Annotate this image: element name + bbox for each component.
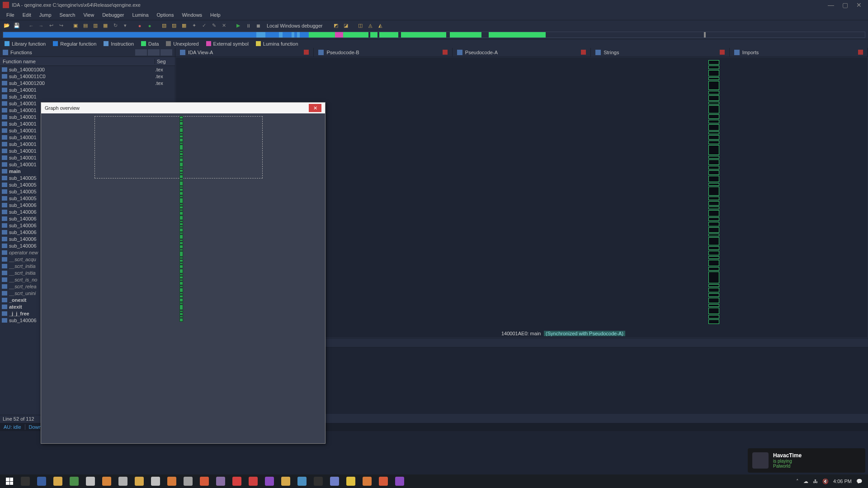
discord-notification[interactable]: HavacTime is playing Palworld [748,448,865,473]
graph-node[interactable] [708,141,719,144]
taskbar-item[interactable] [294,474,310,488]
graph-node[interactable] [708,308,719,314]
graph-node[interactable] [708,105,719,113]
graph-node[interactable] [708,315,719,319]
tray-cloud-icon[interactable]: ☁ [803,479,808,484]
nav-segment[interactable] [379,32,398,38]
nav-fwd-icon[interactable]: → [37,22,45,30]
play-icon[interactable]: ▶ [234,22,242,30]
col-function-name[interactable]: Function name [0,59,155,64]
tool-p-icon[interactable]: ◭ [376,22,384,30]
taskbar-item[interactable] [343,474,359,488]
notification-center-icon[interactable]: 💬 [856,479,863,484]
graph-overview-titlebar[interactable]: Graph overview ✕ [41,103,325,113]
system-tray[interactable]: ˄ ☁ 🖧 🔇 4:06 PM 💬 [796,479,866,484]
graph-node[interactable] [708,170,719,175]
menu-options[interactable]: Options [153,11,178,19]
nav-segment[interactable] [3,32,256,38]
maximize-button[interactable]: ▢ [842,1,848,9]
nav-segment[interactable] [300,32,309,38]
graph-node[interactable] [708,160,719,165]
tool-o-icon[interactable]: ◬ [366,22,374,30]
tray-network-icon[interactable]: 🖧 [813,479,818,484]
graph-node[interactable] [708,288,719,292]
panel-button-a[interactable] [135,49,147,56]
graph-node[interactable] [708,81,719,90]
nav-segment[interactable] [706,32,814,38]
function-row[interactable]: sub_140001200.tex [0,80,175,86]
graph-node[interactable] [708,102,719,104]
graph-node[interactable] [708,267,719,271]
menu-windows[interactable]: Windows [178,11,206,19]
graph-node[interactable] [708,120,719,123]
graph-node[interactable] [708,135,719,140]
menu-help[interactable]: Help [207,11,224,19]
delete-icon[interactable]: ✕ [220,22,228,30]
taskbar-item[interactable] [33,474,50,488]
tool-i-icon[interactable]: ✦ [190,22,198,30]
tool-c-icon[interactable]: ▥ [91,22,99,30]
graph-overview-viewport[interactable] [94,116,263,178]
nav-segment[interactable] [279,32,283,38]
taskbar-item[interactable] [131,474,147,488]
taskbar-item[interactable] [50,474,66,488]
start-button[interactable] [2,474,17,488]
graph-overview-close-icon[interactable]: ✕ [309,104,321,112]
tool-a-icon[interactable]: ▣ [71,22,80,30]
tool-m-icon[interactable]: ◪ [342,22,350,30]
graph-node[interactable] [708,237,719,245]
graph-node[interactable] [708,70,719,76]
graph-node[interactable] [708,95,719,101]
graph-node[interactable] [708,183,719,186]
menu-lumina[interactable]: Lumina [128,11,152,19]
taskbar-search[interactable] [17,474,33,488]
menu-search[interactable]: Search [56,11,79,19]
graph-node[interactable] [708,91,719,94]
taskbar-item[interactable] [392,474,408,488]
graph-node[interactable] [708,272,719,283]
graph-node[interactable] [708,260,719,266]
nav-segment[interactable] [370,32,377,38]
graph-node[interactable] [708,206,719,209]
graph-node[interactable] [708,217,719,221]
taskbar-item[interactable] [82,474,99,488]
graph-node[interactable] [708,222,719,226]
nav-segment[interactable] [256,32,265,38]
graph-node[interactable] [708,114,719,119]
graph-node[interactable] [708,304,719,307]
tab-ida-view-a[interactable]: IDA View-A [175,48,314,56]
run-marker-icon[interactable]: ● [146,22,154,30]
graph-node[interactable] [708,197,719,200]
nav-segment[interactable] [446,32,450,38]
tab-close-icon[interactable] [858,50,863,55]
graph-node[interactable] [708,60,719,65]
graph-node[interactable] [708,284,719,287]
menu-jump[interactable]: Jump [36,11,55,19]
graph-node[interactable] [708,319,719,324]
taskbar-item[interactable] [359,474,375,488]
tab-close-icon[interactable] [581,50,586,55]
tool-j-icon[interactable]: ✓ [200,22,208,30]
tool-h-icon[interactable]: ▩ [180,22,188,30]
graph-node[interactable] [708,298,719,303]
tab-imports[interactable]: Imports [730,48,868,56]
taskbar-item[interactable] [310,474,326,488]
taskbar-item[interactable] [245,474,261,488]
graph-node[interactable] [708,66,719,69]
tool-g-icon[interactable]: ▨ [170,22,178,30]
nav-segment[interactable] [283,32,292,38]
tool-n-icon[interactable]: ◫ [356,22,364,30]
panel-close-button[interactable] [160,49,172,56]
nav-segment[interactable] [343,32,368,38]
taskbar-item[interactable] [375,474,392,488]
taskbar-clock[interactable]: 4:06 PM [833,479,852,484]
tool-e-icon[interactable]: ▾ [121,22,129,30]
taskbar-item[interactable] [326,474,343,488]
taskbar-item[interactable] [278,474,294,488]
close-button[interactable]: ✕ [856,1,862,9]
taskbar-item[interactable] [261,474,278,488]
function-row[interactable]: sub_140001000.tex [0,66,175,73]
graph-overview-body[interactable] [41,113,325,443]
nav-segment[interactable] [309,32,335,38]
graph-overview-window[interactable]: Graph overview ✕ [41,102,326,444]
